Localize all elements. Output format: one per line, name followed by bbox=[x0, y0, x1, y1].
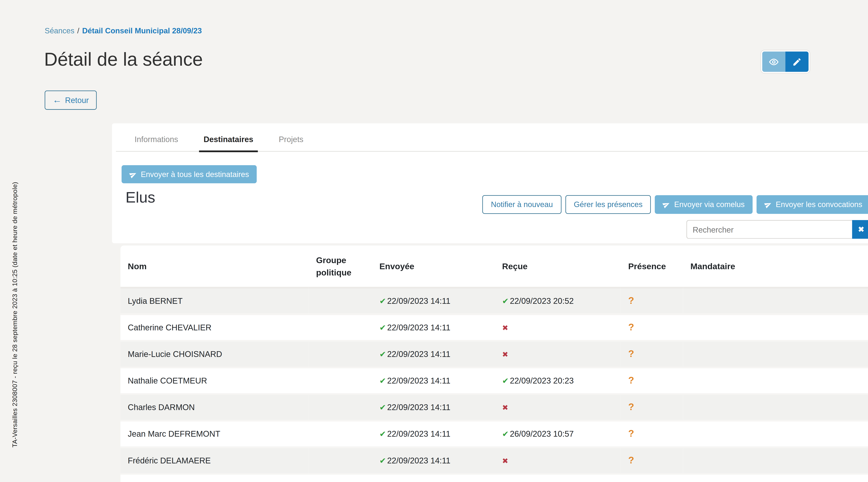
table-row: Charles DARMON ✔22/09/2023 14:11 ✔✖ ? bbox=[121, 394, 868, 421]
table-row: Marie-Lucie CHOISNARD ✔22/09/2023 14:11 … bbox=[121, 341, 868, 367]
envoyee-date: 22/09/2023 14:11 bbox=[387, 323, 450, 332]
clear-search-button[interactable]: ✖ bbox=[852, 220, 868, 239]
cell-presence: ? bbox=[621, 341, 683, 367]
green-check-icon: ✔ bbox=[379, 429, 386, 439]
breadcrumb-separator: / bbox=[77, 27, 79, 35]
paper-plane-icon bbox=[764, 201, 772, 208]
back-button[interactable]: ← Retour bbox=[44, 90, 97, 110]
cell-presence: ? bbox=[621, 474, 683, 482]
column-header-recue: Reçue bbox=[495, 246, 621, 288]
paper-plane-icon bbox=[663, 201, 670, 208]
green-check-icon: ✔ bbox=[379, 456, 386, 465]
cell-presence: ? bbox=[621, 447, 683, 474]
view-edit-button-group bbox=[761, 50, 810, 73]
cell-presence: ? bbox=[621, 314, 683, 341]
envoyee-date: 22/09/2023 14:11 bbox=[387, 376, 450, 385]
tab-bar: Informations Destinataires Projets bbox=[116, 123, 868, 152]
orange-question-icon: ? bbox=[628, 322, 634, 333]
cell-groupe-politique bbox=[309, 314, 372, 341]
page: TA-Versailles 2308007 - reçu le 28 septe… bbox=[0, 0, 868, 482]
orange-question-icon: ? bbox=[628, 455, 634, 466]
orange-question-icon: ? bbox=[628, 428, 634, 439]
cell-presence: ? bbox=[621, 288, 683, 314]
cell-nom: Marie-Lucie CHOISNARD bbox=[121, 341, 309, 367]
cell-envoyee: ✔22/09/2023 14:11 bbox=[372, 421, 495, 447]
cell-mandataire bbox=[683, 367, 868, 394]
back-button-label: Retour bbox=[65, 95, 89, 104]
cell-presence: ? bbox=[621, 421, 683, 447]
cell-groupe-politique bbox=[309, 394, 372, 421]
cell-recue: ✔✖ bbox=[495, 447, 621, 474]
document-watermark: TA-Versailles 2308007 - reçu le 28 septe… bbox=[11, 160, 20, 448]
recue-date: 22/09/2023 20:52 bbox=[510, 297, 574, 305]
cell-envoyee: ✔22/09/2023 14:11 bbox=[372, 288, 495, 314]
cell-recue: ✔22/09/2023 20:52✖ bbox=[495, 288, 621, 314]
table-row: Lydia BERNET ✔22/09/2023 14:11 ✔22/09/20… bbox=[121, 288, 868, 314]
cell-groupe-politique bbox=[309, 367, 372, 394]
envoyee-date: 22/09/2023 14:11 bbox=[387, 456, 450, 465]
cell-envoyee: ✔22/09/2023 14:11 bbox=[372, 341, 495, 367]
green-check-icon: ✔ bbox=[502, 429, 509, 439]
cell-mandataire bbox=[683, 421, 868, 447]
cell-nom bbox=[121, 474, 309, 482]
tab-informations[interactable]: Informations bbox=[130, 134, 183, 152]
orange-question-icon: ? bbox=[628, 375, 634, 386]
green-check-icon: ✔ bbox=[379, 323, 386, 332]
cell-envoyee: ✔ bbox=[372, 474, 495, 482]
envoyee-date: 22/09/2023 14:11 bbox=[387, 429, 450, 439]
red-cross-icon: ✖ bbox=[502, 403, 508, 412]
send-via-comelus-button[interactable]: Envoyer via comelus bbox=[655, 195, 752, 214]
view-button[interactable] bbox=[762, 52, 785, 72]
cell-mandataire bbox=[683, 341, 868, 367]
send-convocations-button[interactable]: Envoyer les convocations bbox=[756, 195, 868, 214]
manage-presences-button[interactable]: Gérer les présences bbox=[565, 195, 651, 214]
left-arrow-icon: ← bbox=[53, 95, 62, 105]
table-row: Nathalie COETMEUR ✔22/09/2023 14:11 ✔22/… bbox=[121, 367, 868, 394]
table-action-buttons: Notifier à nouveau Gérer les présences E… bbox=[483, 195, 868, 214]
cell-envoyee: ✔22/09/2023 14:11 bbox=[372, 314, 495, 341]
cell-groupe-politique bbox=[309, 288, 372, 314]
search-input[interactable] bbox=[686, 220, 852, 239]
cell-mandataire bbox=[683, 447, 868, 474]
eye-icon bbox=[769, 57, 779, 66]
column-header-groupe-politique: Groupe politique bbox=[309, 246, 372, 288]
session-card: Informations Destinataires Projets Envoy… bbox=[112, 123, 868, 243]
orange-question-icon: ? bbox=[628, 402, 634, 413]
search-bar: ✖ bbox=[686, 220, 868, 239]
red-cross-icon: ✖ bbox=[502, 350, 508, 359]
send-convocations-label: Envoyer les convocations bbox=[776, 200, 862, 209]
column-header-envoyee: Envoyée bbox=[372, 246, 495, 288]
cell-presence: ? bbox=[621, 367, 683, 394]
green-check-icon: ✔ bbox=[502, 297, 509, 305]
cell-mandataire bbox=[683, 314, 868, 341]
table-header-row: Nom Groupe politique Envoyée Reçue Prése… bbox=[121, 246, 868, 288]
breadcrumb-current: Détail Conseil Municipal 28/09/23 bbox=[82, 27, 202, 35]
breadcrumb-link-seances[interactable]: Séances bbox=[44, 27, 74, 35]
send-all-recipients-button[interactable]: Envoyer à tous les destinataires bbox=[122, 165, 257, 183]
tab-projets[interactable]: Projets bbox=[274, 134, 308, 152]
cell-envoyee: ✔22/09/2023 14:11 bbox=[372, 447, 495, 474]
cell-nom: Frédéric DELAMAERE bbox=[121, 447, 309, 474]
orange-question-icon: ? bbox=[628, 349, 634, 359]
pencil-icon bbox=[792, 57, 802, 66]
cell-groupe-politique bbox=[309, 447, 372, 474]
send-all-label: Envoyer à tous les destinataires bbox=[141, 170, 249, 179]
table-body: Lydia BERNET ✔22/09/2023 14:11 ✔22/09/20… bbox=[121, 288, 868, 482]
edit-button[interactable] bbox=[785, 52, 809, 72]
cell-mandataire bbox=[683, 288, 868, 314]
red-cross-icon: ✖ bbox=[502, 324, 508, 332]
red-cross-icon: ✖ bbox=[502, 456, 508, 465]
cell-recue: ✔22/09/2023 20:23✖ bbox=[495, 367, 621, 394]
clear-x-icon: ✖ bbox=[858, 225, 864, 234]
green-check-icon: ✔ bbox=[379, 376, 386, 385]
cell-nom: Jean Marc DEFREMONT bbox=[121, 421, 309, 447]
cell-mandataire bbox=[683, 474, 868, 482]
envoyee-date: 22/09/2023 14:11 bbox=[387, 297, 450, 305]
column-header-mandataire: Mandataire bbox=[683, 246, 868, 288]
notify-again-button[interactable]: Notifier à nouveau bbox=[483, 195, 561, 214]
green-check-icon: ✔ bbox=[379, 350, 386, 359]
column-header-presence: Présence bbox=[621, 246, 683, 288]
envoyee-date: 22/09/2023 14:11 bbox=[387, 350, 450, 359]
tab-destinataires[interactable]: Destinataires bbox=[199, 134, 258, 152]
paper-plane-icon bbox=[129, 171, 137, 178]
